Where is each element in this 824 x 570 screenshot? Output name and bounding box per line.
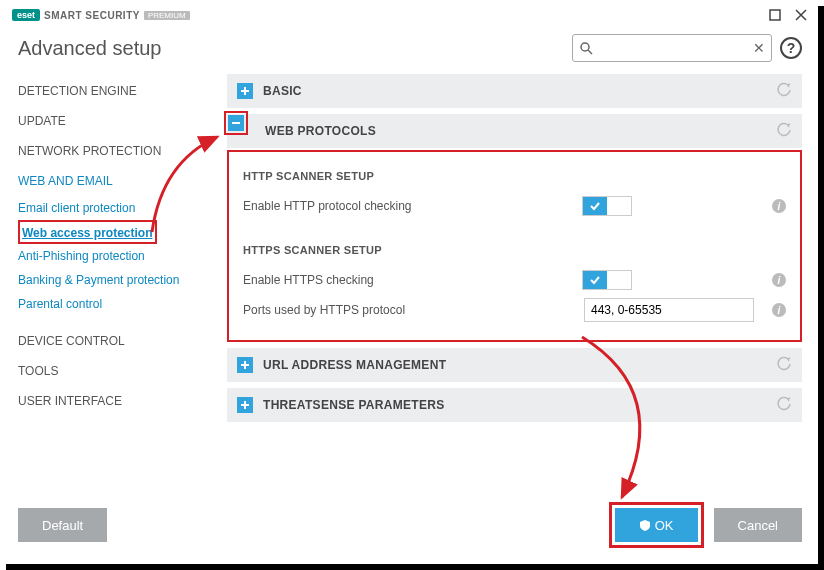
nav-anti-phishing[interactable]: Anti-Phishing protection <box>18 244 203 268</box>
sidebar: DETECTION ENGINE UPDATE NETWORK PROTECTI… <box>18 72 203 502</box>
window-close-button[interactable] <box>794 8 808 22</box>
search-clear-icon[interactable]: ✕ <box>753 41 765 55</box>
check-icon <box>589 274 601 286</box>
web-protocols-body: HTTP SCANNER SETUP Enable HTTP protocol … <box>227 150 802 342</box>
https-scanner-heading: HTTPS SCANNER SETUP <box>243 244 786 256</box>
info-icon[interactable]: i <box>772 273 786 287</box>
section-web-protocols-header[interactable]: WEB PROTOCOLS <box>227 114 802 148</box>
ok-button[interactable]: OK <box>615 508 698 542</box>
http-scanner-heading: HTTP SCANNER SETUP <box>243 170 786 182</box>
minus-icon[interactable] <box>228 115 244 131</box>
nav-device-control[interactable]: DEVICE CONTROL <box>18 326 203 356</box>
enable-https-toggle[interactable] <box>582 270 632 290</box>
nav-parental-control[interactable]: Parental control <box>18 292 203 316</box>
window-maximize-button[interactable] <box>768 8 782 22</box>
reset-icon[interactable] <box>776 121 792 141</box>
page-title: Advanced setup <box>18 37 161 60</box>
nav-email-client-protection[interactable]: Email client protection <box>18 196 203 220</box>
section-basic-header[interactable]: BASIC <box>227 74 802 108</box>
plus-icon[interactable] <box>237 397 253 413</box>
svg-point-1 <box>581 43 589 51</box>
enable-https-label: Enable HTTPS checking <box>243 273 582 287</box>
plus-icon[interactable] <box>237 357 253 373</box>
nav-update[interactable]: UPDATE <box>18 106 203 136</box>
nav-banking-payment[interactable]: Banking & Payment protection <box>18 268 203 292</box>
plus-icon[interactable] <box>237 83 253 99</box>
section-web-protocols-title: WEB PROTOCOLS <box>265 124 376 138</box>
nav-tools[interactable]: TOOLS <box>18 356 203 386</box>
enable-http-toggle[interactable] <box>582 196 632 216</box>
enable-http-label: Enable HTTP protocol checking <box>243 199 582 213</box>
brand-name: SMART SECURITY <box>44 10 140 21</box>
shield-icon <box>639 519 651 531</box>
info-icon[interactable]: i <box>772 199 786 213</box>
section-threatsense-title: THREATSENSE PARAMETERS <box>263 398 445 412</box>
svg-rect-0 <box>770 10 780 20</box>
nav-network-protection[interactable]: NETWORK PROTECTION <box>18 136 203 166</box>
section-url-mgmt-title: URL ADDRESS MANAGEMENT <box>263 358 446 372</box>
check-icon <box>589 200 601 212</box>
default-button[interactable]: Default <box>18 508 107 542</box>
nav-detection-engine[interactable]: DETECTION ENGINE <box>18 76 203 106</box>
section-threatsense-header[interactable]: THREATSENSE PARAMETERS <box>227 388 802 422</box>
nav-web-access-protection[interactable]: Web access protection <box>22 226 153 240</box>
reset-icon[interactable] <box>776 395 792 415</box>
titlebar: eset SMART SECURITY PREMIUM <box>2 2 818 28</box>
nav-user-interface[interactable]: USER INTERFACE <box>18 386 203 416</box>
nav-web-and-email[interactable]: WEB AND EMAIL <box>18 166 203 196</box>
reset-icon[interactable] <box>776 355 792 375</box>
brand-badge: eset <box>12 9 40 21</box>
search-icon <box>579 41 593 55</box>
help-button[interactable]: ? <box>780 37 802 59</box>
search-input[interactable] <box>579 41 765 55</box>
brand-edition: PREMIUM <box>144 11 190 20</box>
section-url-mgmt-header[interactable]: URL ADDRESS MANAGEMENT <box>227 348 802 382</box>
cancel-button[interactable]: Cancel <box>714 508 802 542</box>
section-basic-title: BASIC <box>263 84 302 98</box>
https-ports-label: Ports used by HTTPS protocol <box>243 303 584 317</box>
reset-icon[interactable] <box>776 81 792 101</box>
https-ports-input[interactable] <box>584 298 754 322</box>
info-icon[interactable]: i <box>772 303 786 317</box>
search-box[interactable]: ✕ <box>572 34 772 62</box>
